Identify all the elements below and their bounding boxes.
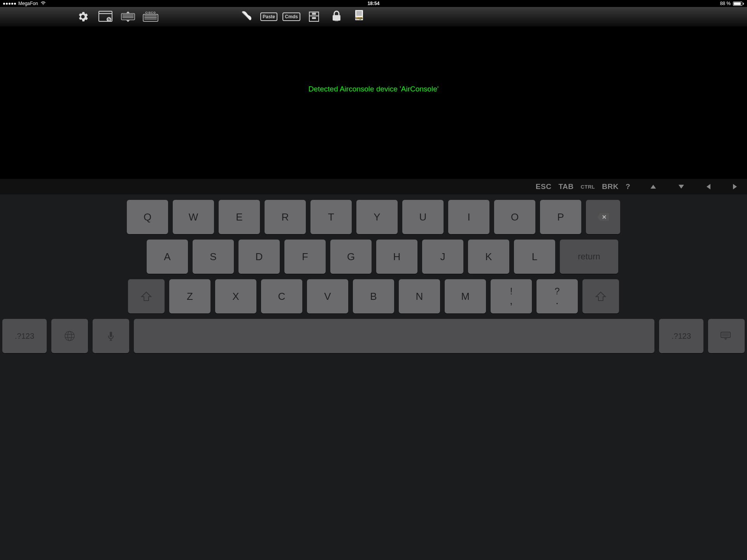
svg-rect-13 xyxy=(312,13,316,14)
terminal-message: Detected Airconsole device 'AirConsole' xyxy=(0,85,498,93)
key-m[interactable]: M xyxy=(445,279,486,313)
paste-button[interactable]: Paste xyxy=(262,10,276,24)
key-z[interactable]: Z xyxy=(169,279,210,313)
app-toolbar: CISCO Paste Cmds **** Logs xyxy=(0,7,498,26)
key-y[interactable]: Y xyxy=(356,200,398,234)
logs-button[interactable]: Logs xyxy=(352,10,366,24)
key-s[interactable]: S xyxy=(193,240,234,274)
cmds-label: Cmds xyxy=(282,12,300,21)
wifi-icon xyxy=(40,1,46,6)
shift-left-key[interactable] xyxy=(128,279,165,313)
svg-rect-14 xyxy=(312,18,316,19)
key-j[interactable]: J xyxy=(422,240,463,274)
lock-password-icon[interactable]: **** xyxy=(330,10,344,24)
key-x[interactable]: X xyxy=(215,279,256,313)
paste-label: Paste xyxy=(260,12,277,21)
key-e[interactable]: E xyxy=(219,200,260,234)
numkey-left[interactable]: .?123 xyxy=(2,319,47,353)
clock: 18:54 xyxy=(368,1,380,6)
key-r[interactable]: R xyxy=(265,200,306,234)
svg-point-23 xyxy=(65,331,74,341)
key-h[interactable]: H xyxy=(376,240,417,274)
script-scroll-icon[interactable] xyxy=(239,10,253,24)
svg-rect-7 xyxy=(143,14,158,21)
cisco-label: CISCO xyxy=(145,11,156,14)
svg-point-24 xyxy=(68,331,72,341)
signal-dots-icon xyxy=(3,3,16,5)
key-q[interactable]: Q xyxy=(127,200,168,234)
key-c[interactable]: C xyxy=(261,279,302,313)
key-n[interactable]: N xyxy=(399,279,440,313)
keyboard-icon[interactable] xyxy=(121,10,135,24)
key-t[interactable]: T xyxy=(310,200,352,234)
browser-window-icon[interactable] xyxy=(98,10,112,24)
key-o[interactable]: O xyxy=(494,200,498,234)
key-punct-,[interactable]: !, xyxy=(491,279,498,313)
settings-gear-icon[interactable] xyxy=(76,10,90,24)
onscreen-keyboard: QWERTYUIOP ASDFGHJKLreturn ZXCVBNM!,?. .… xyxy=(0,194,498,373)
space-key[interactable] xyxy=(134,319,498,353)
svg-rect-27 xyxy=(110,332,112,337)
key-k[interactable]: K xyxy=(468,240,498,274)
cmds-button[interactable]: Cmds xyxy=(284,10,298,24)
svg-text:****: **** xyxy=(335,20,338,23)
key-v[interactable]: V xyxy=(307,279,348,313)
key-b[interactable]: B xyxy=(353,279,394,313)
file-drawer-icon[interactable] xyxy=(307,10,321,24)
key-d[interactable]: D xyxy=(238,240,280,274)
svg-rect-3 xyxy=(121,14,135,20)
cisco-keyboard-icon[interactable]: CISCO xyxy=(144,10,158,24)
key-i[interactable]: I xyxy=(448,200,489,234)
mic-key[interactable] xyxy=(93,319,129,353)
logs-label: Logs xyxy=(355,16,363,20)
key-f[interactable]: F xyxy=(284,240,326,274)
svg-rect-15 xyxy=(333,15,340,21)
key-u[interactable]: U xyxy=(402,200,444,234)
key-a[interactable]: A xyxy=(147,240,188,274)
function-key-row: ESC TAB CTRL BRK ? xyxy=(0,179,498,194)
globe-key[interactable] xyxy=(51,319,88,353)
carrier-label: MegaFon xyxy=(18,1,38,6)
key-g[interactable]: G xyxy=(330,240,372,274)
key-w[interactable]: W xyxy=(173,200,214,234)
status-bar: MegaFon 18:54 88 % xyxy=(0,0,498,7)
